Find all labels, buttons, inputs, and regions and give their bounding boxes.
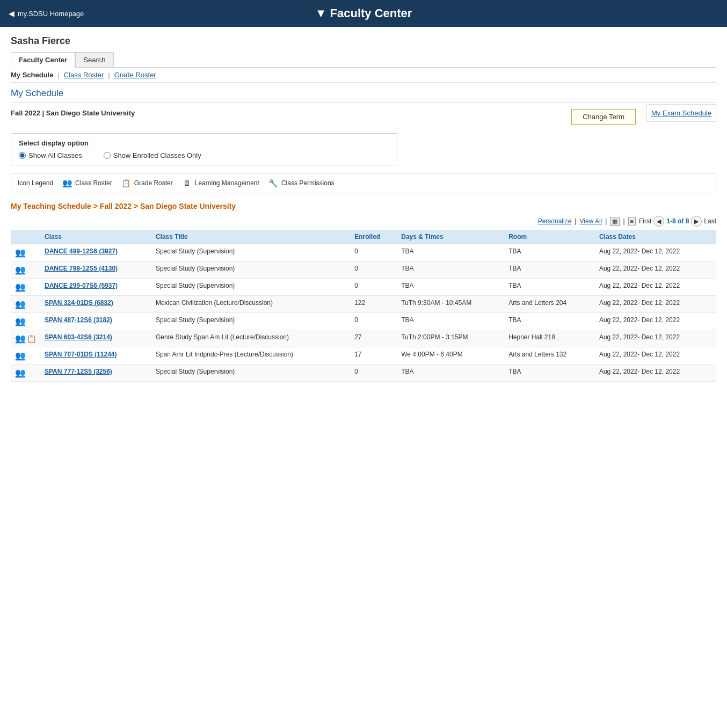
sub-nav-sep-2: | bbox=[108, 71, 110, 79]
class-title: Genre Study Span Am Lit (Lecture/Discuss… bbox=[151, 330, 350, 347]
show-all-classes-radio[interactable] bbox=[19, 152, 26, 159]
days-times: TBA bbox=[397, 261, 504, 279]
tabs: Faculty Center Search bbox=[11, 52, 716, 68]
legend-class-roster: 👥 Class Roster bbox=[62, 178, 112, 188]
exam-schedule-container: My Exam Schedule bbox=[646, 109, 716, 117]
change-term-container: Change Term bbox=[571, 109, 636, 125]
table-row: 👥SPAN 777-12S5 (3256)Special Study (Supe… bbox=[11, 365, 716, 382]
table-list-icon[interactable]: ≡ bbox=[628, 217, 636, 225]
section-title: My Schedule bbox=[11, 88, 716, 103]
display-options: Select display option Show All Classes S… bbox=[11, 133, 397, 165]
prev-page-button[interactable]: ◀ bbox=[653, 216, 664, 227]
class-title: Special Study (Supervision) bbox=[151, 244, 350, 261]
enrolled-count: 0 bbox=[350, 244, 397, 261]
table-row: 👥DANCE 299-07S6 (5937)Special Study (Sup… bbox=[11, 279, 716, 296]
col-class-title: Class Title bbox=[151, 230, 350, 244]
exam-schedule-link[interactable]: My Exam Schedule bbox=[646, 104, 716, 122]
show-all-classes-label: Show All Classes bbox=[28, 151, 82, 159]
enrolled-count: 27 bbox=[350, 330, 397, 347]
enrolled-count: 0 bbox=[350, 279, 397, 296]
room: Hepner Hall 218 bbox=[504, 330, 595, 347]
main-content: Sasha Fierce Faculty Center Search My Sc… bbox=[0, 27, 727, 390]
col-days-times: Days & Times bbox=[397, 230, 504, 244]
show-enrolled-only-option[interactable]: Show Enrolled Classes Only bbox=[104, 151, 201, 159]
days-times: TuTh 2:00PM - 3:15PM bbox=[397, 330, 504, 347]
class-link[interactable]: DANCE 299-07S6 (5937) bbox=[45, 282, 118, 289]
room: TBA bbox=[504, 244, 595, 261]
subnav-my-schedule: My Schedule bbox=[11, 71, 53, 79]
class-link[interactable]: SPAN 487-12S6 (3182) bbox=[45, 316, 112, 324]
back-link-label: my.SDSU Homepage bbox=[18, 10, 84, 18]
view-all-link[interactable]: View All bbox=[579, 217, 602, 225]
class-link[interactable]: DANCE 499-12S6 (3927) bbox=[45, 247, 118, 255]
class-roster-icon[interactable]: 👥 bbox=[15, 248, 26, 257]
back-link[interactable]: ◀ my.SDSU Homepage bbox=[9, 9, 84, 18]
change-term-button[interactable]: Change Term bbox=[571, 109, 636, 125]
class-roster-icon[interactable]: 👥 bbox=[15, 300, 26, 309]
learning-mgmt-legend-label: Learning Management bbox=[195, 179, 259, 187]
days-times: TBA bbox=[397, 279, 504, 296]
class-permissions-legend-label: Class Permissions bbox=[281, 179, 335, 187]
col-icon bbox=[11, 230, 40, 244]
legend-grade-roster: 📋 Grade Roster bbox=[121, 178, 173, 188]
page-range: 1-8 of 8 bbox=[666, 217, 689, 225]
class-roster-icon[interactable]: 👥 bbox=[15, 265, 26, 274]
legend-class-permissions: 🔧 Class Permissions bbox=[268, 178, 335, 188]
class-roster-legend-icon: 👥 bbox=[62, 178, 72, 188]
class-roster-icon[interactable]: 👥 bbox=[15, 317, 26, 326]
class-roster-icon[interactable]: 👥 bbox=[15, 368, 26, 377]
header-title: ▼ Faculty Center bbox=[315, 6, 412, 20]
days-times: TBA bbox=[397, 313, 504, 330]
room: TBA bbox=[504, 261, 595, 279]
back-arrow-icon: ◀ bbox=[9, 9, 14, 18]
enrolled-count: 0 bbox=[350, 313, 397, 330]
show-enrolled-only-label: Show Enrolled Classes Only bbox=[113, 151, 201, 159]
class-dates: Aug 22, 2022- Dec 12, 2022 bbox=[595, 330, 716, 347]
class-dates: Aug 22, 2022- Dec 12, 2022 bbox=[595, 313, 716, 330]
controls-sep-1: | bbox=[575, 217, 576, 225]
enrolled-count: 17 bbox=[350, 347, 397, 365]
table-grid-icon[interactable]: ▦ bbox=[610, 217, 620, 226]
class-dates: Aug 22, 2022- Dec 12, 2022 bbox=[595, 365, 716, 382]
sub-nav-sep-1: | bbox=[57, 71, 59, 79]
table-controls: Personalize | View All | ▦ | ≡ First ◀ 1… bbox=[11, 214, 716, 229]
class-link[interactable]: SPAN 603-42S6 (3214) bbox=[45, 333, 112, 341]
grade-roster-icon[interactable]: 📋 bbox=[27, 334, 36, 343]
last-label: Last bbox=[704, 217, 716, 225]
top-header: ◀ my.SDSU Homepage ▼ Faculty Center bbox=[0, 0, 727, 27]
show-enrolled-only-radio[interactable] bbox=[104, 152, 111, 159]
class-link[interactable]: SPAN 777-12S5 (3256) bbox=[45, 368, 112, 375]
term-info: Fall 2022 | San Diego State University bbox=[11, 109, 561, 117]
class-roster-icon[interactable]: 👥 bbox=[15, 334, 26, 343]
days-times: We 4:00PM - 6:40PM bbox=[397, 347, 504, 365]
class-roster-icon[interactable]: 👥 bbox=[15, 282, 26, 292]
subnav-class-roster[interactable]: Class Roster bbox=[64, 71, 104, 79]
class-link[interactable]: DANCE 798-12S5 (4130) bbox=[45, 265, 118, 272]
table-row: 👥DANCE 798-12S5 (4130)Special Study (Sup… bbox=[11, 261, 716, 279]
table-row: 👥SPAN 487-12S6 (3182)Special Study (Supe… bbox=[11, 313, 716, 330]
personalize-link[interactable]: Personalize bbox=[538, 217, 572, 225]
grade-roster-legend-icon: 📋 bbox=[121, 178, 132, 188]
user-name: Sasha Fierce bbox=[11, 35, 716, 47]
show-all-classes-option[interactable]: Show All Classes bbox=[19, 151, 82, 159]
class-dates: Aug 22, 2022- Dec 12, 2022 bbox=[595, 279, 716, 296]
class-link[interactable]: SPAN 324-01DS (6832) bbox=[45, 299, 113, 307]
tab-faculty-center[interactable]: Faculty Center bbox=[11, 52, 75, 68]
class-dates: Aug 22, 2022- Dec 12, 2022 bbox=[595, 296, 716, 313]
class-roster-icon[interactable]: 👥 bbox=[15, 351, 26, 360]
class-title: Span Amr Lit Indpndc-Pres (Lecture/Discu… bbox=[151, 347, 350, 365]
table-row: 👥SPAN 707-01DS (11244)Span Amr Lit Indpn… bbox=[11, 347, 716, 365]
subnav-grade-roster[interactable]: Grade Roster bbox=[114, 71, 156, 79]
class-title: Special Study (Supervision) bbox=[151, 313, 350, 330]
table-header: Class Class Title Enrolled Days & Times … bbox=[11, 230, 716, 244]
class-title: Mexican Civilization (Lecture/Discussion… bbox=[151, 296, 350, 313]
tab-search[interactable]: Search bbox=[75, 52, 113, 67]
enrolled-count: 122 bbox=[350, 296, 397, 313]
class-link[interactable]: SPAN 707-01DS (11244) bbox=[45, 351, 117, 358]
room: TBA bbox=[504, 313, 595, 330]
enrolled-count: 0 bbox=[350, 261, 397, 279]
class-dates: Aug 22, 2022- Dec 12, 2022 bbox=[595, 347, 716, 365]
class-dates: Aug 22, 2022- Dec 12, 2022 bbox=[595, 261, 716, 279]
next-page-button[interactable]: ▶ bbox=[691, 216, 702, 227]
grade-roster-legend-label: Grade Roster bbox=[134, 179, 173, 187]
